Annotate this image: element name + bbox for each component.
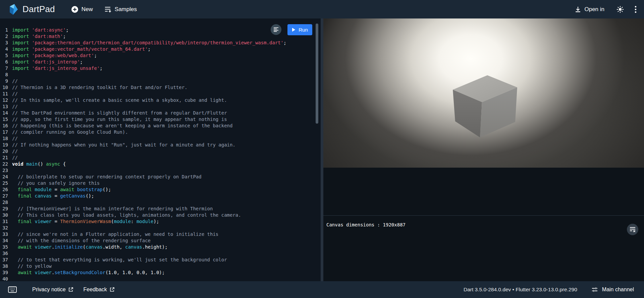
code-line[interactable]: 4import 'package:vector_math/vector_math… [0, 46, 321, 52]
code-line[interactable]: 34 // with the dimensions of the renderi… [0, 238, 321, 244]
code-line[interactable]: 30 // This class lets you load assets, l… [0, 212, 321, 218]
code-line[interactable]: 21// [0, 155, 321, 161]
code-line[interactable]: 38 // to yellow [0, 263, 321, 269]
code-line[interactable]: 24 // boilerplate to setup our rendering… [0, 174, 321, 180]
code-line[interactable]: 2import 'dart:math'; [0, 33, 321, 40]
code-line[interactable]: 15// app, so the first time you run this… [0, 116, 321, 123]
code-line[interactable]: 23 [0, 167, 321, 174]
code-line-text: // to yellow [12, 263, 52, 269]
samples-button-label: Samples [115, 6, 137, 13]
code-line[interactable]: 10// Thermion is a 3D rendering toolkit … [0, 84, 321, 91]
code-line-text: // app, so the first time you run this s… [12, 116, 227, 123]
code-line-text: import 'package:web/web.dart'; [12, 52, 97, 59]
open-in-label: Open in [584, 6, 604, 13]
line-number: 17 [0, 129, 12, 135]
theme-toggle-button[interactable] [616, 6, 624, 13]
code-line-text: import 'package:thermion_dart/thermion_d… [12, 40, 286, 46]
keyboard-shortcuts-button[interactable] [8, 286, 17, 293]
new-button[interactable]: New [71, 6, 93, 13]
code-line[interactable]: 35 await viewer.initialize(canvas.width,… [0, 244, 321, 250]
code-line[interactable]: 33 // since we're not in a Flutter appli… [0, 231, 321, 238]
code-line[interactable]: 7import 'dart:js_interop_unsafe'; [0, 65, 321, 72]
code-line[interactable]: 22void main() async { [0, 161, 321, 167]
code-line-text: final canvas = getCanvas(); [12, 193, 94, 199]
code-line[interactable]: 8 [0, 72, 321, 78]
feedback-link[interactable]: Feedback [84, 287, 115, 293]
line-number: 8 [0, 72, 12, 78]
line-number: 37 [0, 257, 12, 263]
format-button[interactable] [271, 24, 281, 35]
code-line-text: // [12, 78, 18, 84]
code-line-text: import 'dart:js_interop_unsafe'; [12, 65, 103, 72]
samples-button[interactable]: Samples [104, 6, 137, 13]
code-line[interactable]: 20// [0, 148, 321, 155]
open-in-button[interactable]: Open in [575, 6, 604, 13]
tune-icon [591, 286, 598, 293]
clear-console-button[interactable] [627, 224, 638, 235]
code-line[interactable]: 3import 'package:thermion_dart/thermion_… [0, 40, 321, 46]
feedback-label: Feedback [84, 287, 107, 293]
code-line[interactable]: 40 [0, 276, 321, 281]
code-line[interactable]: 19// If nothing happens when you hit "Ru… [0, 142, 321, 148]
code-line[interactable]: 32 [0, 225, 321, 231]
code-line-text: import 'dart:js_interop'; [12, 59, 83, 65]
code-line[interactable]: 28 [0, 199, 321, 206]
line-number: 29 [0, 206, 12, 212]
top-bar-right: Open in [575, 6, 638, 13]
code-line[interactable]: 31 final viewer = ThermionViewerWasm(mod… [0, 218, 321, 225]
code-line[interactable]: 12// In this sample, we'll create a basi… [0, 97, 321, 103]
code-line-text: // with the dimensions of the rendering … [12, 238, 151, 244]
code-line[interactable]: 37 // to test that everything is working… [0, 257, 321, 263]
download-icon [575, 6, 581, 13]
code-line[interactable]: 14// The DartPad environment is slightly… [0, 110, 321, 116]
code-editor[interactable]: 1import 'dart:async';2import 'dart:math'… [0, 18, 321, 281]
code-line-text: // This class lets you load assets, ligh… [12, 212, 241, 218]
code-line-text: // since we're not in a Flutter applicat… [12, 231, 218, 238]
code-line[interactable]: 17// compiler running on Google Cloud Ru… [0, 129, 321, 135]
line-number: 14 [0, 110, 12, 116]
channel-selector-button[interactable]: Main channel [591, 286, 634, 293]
format-icon [273, 27, 279, 32]
line-number: 5 [0, 52, 12, 59]
code-line[interactable]: 6import 'dart:js_interop'; [0, 59, 321, 65]
code-line[interactable]: 18// [0, 135, 321, 142]
code-line[interactable]: 5import 'package:web/web.dart'; [0, 52, 321, 59]
code-line[interactable]: 29 // [ThermionViewer] is the main inter… [0, 206, 321, 212]
code-line[interactable]: 11// [0, 91, 321, 97]
code-line-text: // [12, 103, 18, 110]
code-line[interactable]: 39 await viewer.setBackgroundColor(1.0, … [0, 269, 321, 276]
line-number: 38 [0, 263, 12, 269]
code-line[interactable]: 25 // you can safely ignore this [0, 180, 321, 186]
line-number: 9 [0, 78, 12, 84]
line-number: 18 [0, 135, 12, 142]
code-line[interactable]: 9// [0, 78, 321, 84]
line-number: 12 [0, 97, 12, 103]
line-number: 23 [0, 167, 12, 174]
line-number: 26 [0, 186, 12, 193]
code-line-text: // The DartPad environment is slightly d… [12, 110, 227, 116]
play-icon [292, 28, 296, 32]
version-text: Dart 3.5.0-284.0.dev • Flutter 3.23.0-13… [464, 287, 577, 293]
code-line-text: // happening (this is because we aren't … [12, 123, 232, 129]
console-line: Canvas dimensions : 644x298 [326, 222, 406, 227]
privacy-notice-link[interactable]: Privacy notice [32, 287, 73, 293]
overflow-menu-button[interactable] [633, 6, 638, 13]
rendered-3d-canvas[interactable] [323, 18, 644, 168]
code-line-text: import 'dart:math'; [12, 33, 66, 40]
line-number: 31 [0, 218, 12, 225]
line-number: 11 [0, 91, 12, 97]
pane-splitter[interactable] [321, 18, 323, 281]
code-line[interactable]: 26 final module = await bootstrap(); [0, 186, 321, 193]
external-link-icon [68, 287, 73, 292]
code-line[interactable]: 27 final canvas = getCanvas(); [0, 193, 321, 199]
line-number: 13 [0, 103, 12, 110]
line-number: 16 [0, 123, 12, 129]
code-line[interactable]: 16// happening (this is because we aren'… [0, 123, 321, 129]
code-line-text: final module = await bootstrap(); [12, 186, 111, 193]
new-button-label: New [82, 6, 93, 13]
code-line[interactable]: 36 [0, 250, 321, 257]
editor-scrollbar[interactable] [316, 24, 318, 124]
code-line[interactable]: 13// [0, 103, 321, 110]
line-number: 25 [0, 180, 12, 186]
run-button[interactable]: Run [287, 24, 312, 35]
